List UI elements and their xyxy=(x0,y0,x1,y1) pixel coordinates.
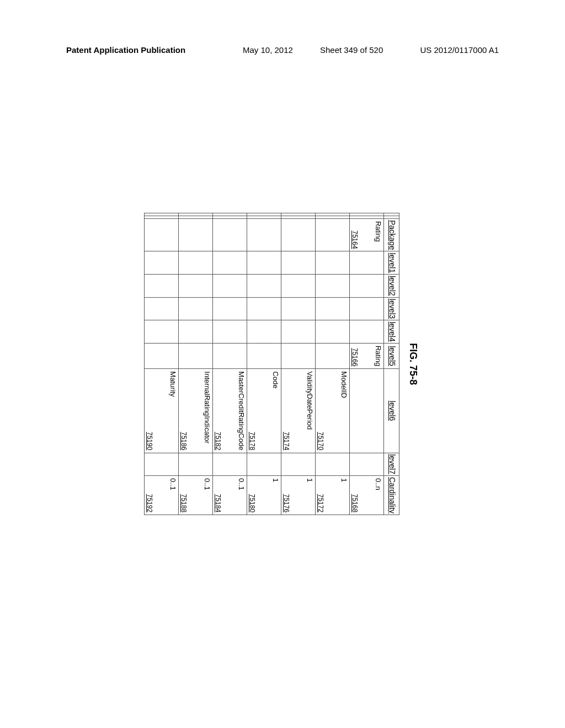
level6-cell-text: ValidityDatePeriod xyxy=(306,371,314,430)
level6-cell-refnum: 75182 xyxy=(214,432,222,450)
level6-cell-refnum: 75170 xyxy=(317,432,324,450)
level3-cell xyxy=(145,297,179,320)
level6-cell xyxy=(350,369,384,453)
level6-cell-refnum: 75190 xyxy=(146,432,153,450)
level6-cell-cell: InternalRatingIndicator75186 xyxy=(179,369,212,452)
level5-cell xyxy=(281,343,316,369)
level2-cell xyxy=(350,274,384,297)
cardinality-cell: 0..n75168 xyxy=(350,475,384,515)
level5-cell-refnum: 75166 xyxy=(351,348,359,366)
table-row: Rating75164Rating751660..n75168 xyxy=(350,213,384,515)
level6-cell-refnum: 75174 xyxy=(282,432,290,450)
package-cell: Rating75164 xyxy=(350,218,384,251)
cardinality-cell-cell: 175180 xyxy=(247,476,281,515)
level2-cell-cell xyxy=(213,275,247,297)
level2-cell xyxy=(213,274,247,297)
level4-cell xyxy=(179,320,213,344)
package-cell-cell xyxy=(145,219,178,251)
level4-cell xyxy=(213,320,247,344)
level2-cell-cell xyxy=(316,275,349,297)
level7-cell-cell xyxy=(213,453,247,475)
level1-cell xyxy=(145,251,179,275)
package-cell-text: Rating xyxy=(374,221,382,242)
level5-cell xyxy=(145,343,179,369)
package-cell-cell xyxy=(179,219,212,251)
level1-cell-cell xyxy=(281,251,315,274)
level4-cell xyxy=(350,320,384,344)
level4-cell-cell xyxy=(179,320,212,343)
level6-cell: MasterCreditRatingCode75182 xyxy=(213,369,247,453)
cardinality-cell-text: 0..1 xyxy=(237,478,246,490)
figure-label: FIG. 75-8 xyxy=(407,213,419,515)
level5-cell-cell xyxy=(281,344,315,369)
level2-cell xyxy=(281,274,316,297)
cardinality-cell-cell: 0..n75168 xyxy=(350,476,383,515)
level3-cell xyxy=(213,297,247,320)
table-row: ModelID75170175172 xyxy=(316,213,350,515)
col-package: Package xyxy=(384,218,399,251)
level7-cell xyxy=(247,453,281,476)
level5-cell-cell xyxy=(247,344,281,369)
level4-cell-cell xyxy=(145,320,178,343)
cardinality-cell-cell: 0..175184 xyxy=(213,476,247,515)
level2-cell-cell xyxy=(350,275,383,297)
level5-cell-cell xyxy=(145,344,178,369)
package-cell xyxy=(213,218,247,251)
level4-cell-cell xyxy=(350,320,383,343)
cardinality-cell-refnum: 75188 xyxy=(180,494,188,512)
package-cell-cell xyxy=(281,219,315,251)
level4-cell xyxy=(247,320,281,344)
cardinality-cell-text: 1 xyxy=(306,478,314,482)
level6-cell-text: Code xyxy=(271,371,280,388)
cardinality-cell-cell: 0..175188 xyxy=(179,476,212,515)
level3-cell-cell xyxy=(145,298,178,320)
package-cell xyxy=(247,218,281,251)
cardinality-cell-text: 0..1 xyxy=(169,478,177,490)
header-date: May 10, 2012 xyxy=(243,45,293,55)
level6-cell-text: MasterCreditRatingCode xyxy=(237,371,246,450)
package-cell-cell: Rating75164 xyxy=(350,219,383,251)
level1-cell-cell xyxy=(145,251,178,274)
level5-cell-cell xyxy=(179,344,212,369)
level6-cell: InternalRatingIndicator75186 xyxy=(179,369,213,453)
level5-cell xyxy=(247,343,281,369)
cardinality-cell-refnum: 75168 xyxy=(351,494,359,512)
package-cell xyxy=(145,218,179,251)
col-level7: level7 xyxy=(384,453,399,476)
level7-cell-cell xyxy=(281,453,315,475)
level6-cell-cell: ModelID75170 xyxy=(316,369,349,452)
level3-cell xyxy=(350,297,384,320)
level5-cell-cell xyxy=(213,344,247,369)
table-row: InternalRatingIndicator751860..175188 xyxy=(179,213,213,515)
cardinality-cell-text: 1 xyxy=(340,478,348,482)
package-cell-cell xyxy=(316,219,349,251)
level3-cell xyxy=(179,297,213,320)
package-cell xyxy=(179,218,213,251)
cardinality-cell-cell: 175172 xyxy=(316,476,349,515)
cardinality-cell-refnum: 75172 xyxy=(317,494,324,512)
level5-cell-cell: Rating75166 xyxy=(350,344,383,369)
level3-cell-cell xyxy=(247,298,281,320)
level6-cell-cell: Code75178 xyxy=(247,369,281,452)
cardinality-cell: 175172 xyxy=(316,475,350,515)
cardinality-cell-text: 0..1 xyxy=(203,478,211,490)
level3-cell-cell xyxy=(316,298,349,320)
level4-cell-cell xyxy=(281,320,315,343)
level1-cell-cell xyxy=(179,251,212,274)
level3-cell xyxy=(316,297,350,320)
level2-cell xyxy=(179,274,213,297)
level1-cell xyxy=(247,251,281,275)
level6-cell: Maturity75190 xyxy=(145,369,179,453)
level6-cell-text: Maturity xyxy=(169,371,177,397)
cardinality-cell-cell: 0..175192 xyxy=(145,476,178,515)
level1-cell-cell xyxy=(247,251,281,274)
col-level6: level6 xyxy=(384,369,399,453)
level2-cell-cell xyxy=(281,275,315,297)
figure-rotated-content: FIG. 75-8 Package level1 level2 level3 l… xyxy=(144,213,419,515)
level6-cell-refnum: 75186 xyxy=(180,432,188,450)
level5-cell xyxy=(213,343,247,369)
cardinality-cell: 0..175192 xyxy=(145,475,179,515)
level3-cell-cell xyxy=(281,298,315,320)
cardinality-cell-refnum: 75176 xyxy=(282,494,290,512)
level3-cell-cell xyxy=(179,298,212,320)
